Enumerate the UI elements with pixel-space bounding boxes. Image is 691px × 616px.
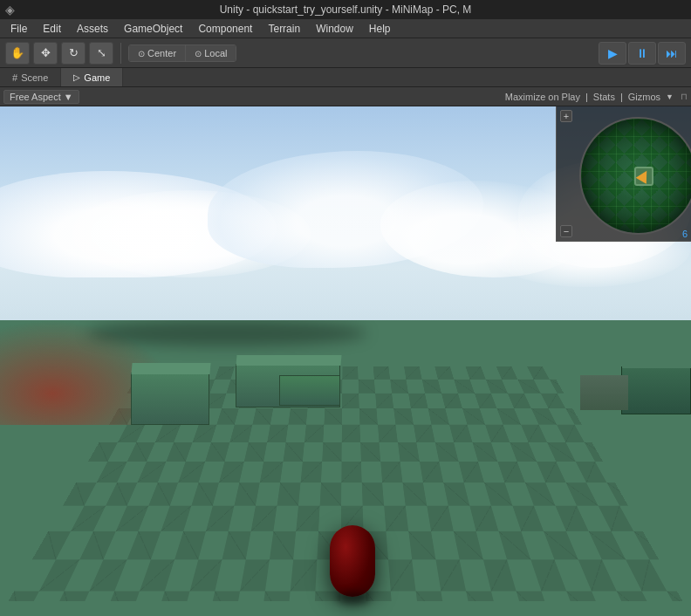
pivot-icon: ⊙ xyxy=(138,49,145,58)
minimap-view xyxy=(572,110,688,237)
minimap-vignette xyxy=(581,119,691,233)
box-right-small xyxy=(580,375,628,410)
menu-terrain[interactable]: Terrain xyxy=(261,21,307,37)
pivot-label: Center xyxy=(147,48,176,58)
scale-tool-btn[interactable]: ⤡ xyxy=(89,42,113,65)
stats-label[interactable]: Stats xyxy=(593,92,615,102)
space-label: Local xyxy=(204,48,227,58)
box-right-top xyxy=(622,359,691,368)
scene-tab[interactable]: # Scene xyxy=(0,68,61,86)
play-controls: ▶ ⏸ ⏭ xyxy=(599,42,686,65)
box-left-top xyxy=(131,363,210,374)
box-right xyxy=(621,366,691,414)
minimap-zoom-number: 6 xyxy=(682,229,688,239)
space-icon: ⊙ xyxy=(195,49,202,58)
menu-file[interactable]: File xyxy=(3,21,34,37)
menu-gameobject[interactable]: GameObject xyxy=(117,21,189,37)
game-tab[interactable]: ▷ Game xyxy=(61,68,123,86)
transform-toggle: ⊙ Center ⊙ Local xyxy=(128,44,236,62)
aspect-label: Free Aspect xyxy=(10,92,61,102)
space-toggle[interactable]: ⊙ Local xyxy=(186,45,236,61)
tabs-row: # Scene ▷ Game xyxy=(0,68,691,87)
chevron-down-icon: ▼ xyxy=(64,92,73,102)
minimap-zoom-out[interactable]: − xyxy=(560,225,572,237)
pause-button[interactable]: ⏸ xyxy=(628,42,656,65)
menu-component[interactable]: Component xyxy=(191,21,259,37)
game-viewport: + − 6 xyxy=(0,106,691,616)
minimap: + − 6 xyxy=(556,106,691,242)
game-tab-label: Game xyxy=(84,72,110,83)
sep: | xyxy=(585,92,588,102)
menu-edit[interactable]: Edit xyxy=(36,21,68,37)
box-left xyxy=(131,373,209,425)
player-shadow xyxy=(337,592,370,604)
scene-tab-label: Scene xyxy=(21,72,48,83)
sep2: | xyxy=(620,92,623,102)
menu-window[interactable]: Window xyxy=(309,21,360,37)
step-button[interactable]: ⏭ xyxy=(658,42,686,65)
menu-help[interactable]: Help xyxy=(362,21,398,37)
title-bar: ◈ Unity - quickstart_try_yourself.unity … xyxy=(0,0,691,19)
game-tab-icon: ▷ xyxy=(73,72,80,82)
app-icon: ◈ xyxy=(5,3,15,17)
hand-tool-btn[interactable]: ✋ xyxy=(5,42,30,65)
menu-bar: File Edit Assets GameObject Component Te… xyxy=(0,19,691,38)
gizmos-arrow: ▼ xyxy=(666,92,674,101)
maximize-label[interactable]: Maximize on Play xyxy=(505,92,580,102)
window-title: Unity - quickstart_try_yourself.unity - … xyxy=(220,3,472,16)
box-shadow xyxy=(87,320,366,346)
minimap-zoom-in[interactable]: + xyxy=(560,110,572,122)
play-button[interactable]: ▶ xyxy=(599,42,626,65)
gizmos-label[interactable]: Gizmos xyxy=(628,92,660,102)
rotate-tool-btn[interactable]: ↻ xyxy=(61,42,86,65)
box-connector xyxy=(279,375,340,406)
toolbar-sep-1 xyxy=(120,43,121,64)
menu-assets[interactable]: Assets xyxy=(70,21,115,37)
minimap-circle xyxy=(579,117,691,235)
edge-icon: ⊓ xyxy=(681,92,688,101)
aspect-dropdown[interactable]: Free Aspect ▼ xyxy=(3,90,79,104)
toolbar: ✋ ✥ ↻ ⤡ ⊙ Center ⊙ Local ▶ ⏸ ⏭ xyxy=(0,38,691,68)
player-capsule xyxy=(330,525,375,597)
pivot-toggle[interactable]: ⊙ Center xyxy=(129,45,186,61)
game-controls-bar: Free Aspect ▼ Maximize on Play | Stats |… xyxy=(0,87,691,106)
box-center-left-top xyxy=(236,355,341,366)
move-tool-btn[interactable]: ✥ xyxy=(33,42,58,65)
scene-tab-icon: # xyxy=(12,72,17,83)
